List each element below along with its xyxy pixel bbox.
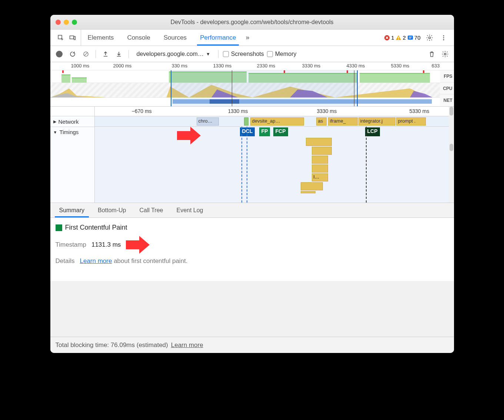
learn-more-link[interactable]: Learn more (80, 257, 112, 264)
close-window-button[interactable] (56, 20, 61, 25)
maximize-window-button[interactable] (72, 20, 77, 25)
timings-row: DCL FP FCP LCP l… (95, 127, 454, 203)
load-profile-icon[interactable] (100, 49, 111, 59)
overview-panel[interactable]: 1000 ms 2000 ms 330 ms 1330 ms 2330 ms 3… (50, 62, 454, 107)
window-title: DevTools - developers.google.com/web/too… (50, 19, 454, 26)
footer-learn-more-link[interactable]: Learn more (171, 341, 203, 349)
tab-bottom-up[interactable]: Bottom-Up (91, 203, 133, 217)
profile-selector-label: developers.google.com… (137, 51, 204, 57)
traffic-lights (56, 20, 77, 25)
tab-performance[interactable]: Performance (193, 30, 243, 46)
timings-row-header[interactable]: ▼Timings (50, 127, 94, 137)
svg-rect-5 (398, 39, 399, 40)
network-item-prompt[interactable]: prompt . (396, 117, 426, 126)
tab-call-tree[interactable]: Call Tree (133, 203, 170, 217)
record-button[interactable] (54, 49, 64, 59)
overview-ruler: 1000 ms 2000 ms 330 ms 1330 ms 2330 ms 3… (50, 62, 454, 70)
event-color-swatch (56, 224, 62, 231)
devtools-window: DevTools - developers.google.com/web/too… (50, 15, 454, 353)
status-badges[interactable]: 1 2 70 (384, 34, 420, 41)
performance-toolbar: developers.google.com…▼ Screenshots Memo… (50, 46, 454, 62)
event-title: First Contentful Paint (65, 224, 127, 231)
network-item-integrator[interactable]: integrator.j (358, 117, 395, 126)
screenshots-checkbox[interactable]: Screenshots (223, 51, 264, 57)
summary-panel: First Contentful Paint Timestamp 1131.3 … (50, 218, 454, 281)
tab-console[interactable]: Console (120, 30, 157, 46)
network-row-header[interactable]: ▶Network (50, 116, 94, 127)
network-item-f[interactable] (244, 117, 248, 126)
svg-point-17 (444, 53, 446, 55)
svg-point-11 (443, 37, 444, 38)
memory-checkbox[interactable]: Memory (267, 51, 297, 57)
total-blocking-time: Total blocking time: 76.09ms (estimated) (56, 341, 168, 349)
network-row: chro… devsite_ap… as iframe_ integrator.… (95, 116, 454, 127)
timeline-track-labels: ▶Network ▼Timings (50, 107, 95, 203)
delete-profile-icon[interactable] (427, 49, 437, 59)
network-item-as[interactable]: as (316, 117, 327, 126)
task-block[interactable] (312, 156, 328, 164)
timestamp-label: Timestamp (56, 241, 86, 249)
overview-tracks (50, 70, 440, 106)
tab-elements[interactable]: Elements (81, 30, 121, 46)
minimize-window-button[interactable] (64, 20, 69, 25)
timeline-scrollbar[interactable] (449, 107, 454, 203)
more-tabs-button[interactable]: » (243, 30, 252, 46)
svg-rect-1 (70, 36, 74, 39)
collapse-icon: ▼ (53, 130, 57, 134)
main-tabs: Elements Console Sources Performance » (81, 30, 381, 46)
network-item-devsite[interactable]: devsite_ap… (250, 117, 304, 126)
tab-sources[interactable]: Sources (157, 30, 193, 46)
svg-rect-2 (74, 36, 75, 40)
timing-badge-lcp[interactable]: LCP (365, 127, 380, 136)
footer-bar: Total blocking time: 76.09ms (estimated)… (50, 337, 454, 353)
task-block[interactable] (301, 191, 316, 193)
clear-button[interactable] (81, 49, 91, 59)
timeline-panel[interactable]: ▶Network ▼Timings −670 ms 1330 ms 3330 m… (50, 107, 454, 203)
timeline-content: −670 ms 1330 ms 3330 ms 5330 ms chro… de… (95, 107, 454, 203)
svg-point-12 (443, 39, 444, 40)
details-tabs: Summary Bottom-Up Call Tree Event Log (50, 203, 454, 218)
timing-badge-fcp[interactable]: FCP (273, 127, 288, 136)
settings-icon[interactable] (424, 33, 435, 43)
titlebar: DevTools - developers.google.com/web/too… (50, 15, 454, 30)
svg-rect-4 (398, 37, 399, 39)
task-block-long[interactable]: l… (312, 173, 328, 181)
task-block[interactable] (312, 147, 332, 155)
task-block[interactable] (312, 164, 328, 173)
details-label: Details (56, 257, 75, 265)
overview-selection[interactable] (171, 70, 358, 106)
timing-badge-dcl[interactable]: DCL (240, 127, 255, 136)
error-count: 1 (391, 34, 394, 41)
kebab-menu-icon[interactable] (438, 33, 449, 43)
empty-panel (50, 281, 454, 337)
save-profile-icon[interactable] (114, 49, 124, 59)
svg-line-14 (84, 52, 87, 56)
timeline-ruler: −670 ms 1330 ms 3330 ms 5330 ms (95, 107, 454, 116)
reload-record-button[interactable] (67, 49, 78, 59)
network-item-iframe[interactable]: iframe_ (328, 117, 358, 126)
svg-point-10 (443, 35, 444, 36)
svg-rect-7 (409, 37, 412, 37)
network-item-chro[interactable]: chro… (197, 117, 219, 126)
profile-selector[interactable]: developers.google.com…▼ (133, 49, 214, 59)
svg-point-9 (428, 37, 430, 39)
timing-badge-fp[interactable]: FP (259, 127, 270, 136)
task-block[interactable] (306, 138, 332, 146)
tab-summary[interactable]: Summary (53, 203, 91, 217)
details-text: about first contentful paint. (112, 257, 187, 264)
warning-count: 2 (403, 34, 405, 41)
capture-settings-icon[interactable] (440, 49, 450, 59)
svg-rect-6 (408, 36, 413, 40)
device-toggle-icon[interactable] (67, 33, 78, 43)
tab-event-log[interactable]: Event Log (170, 203, 210, 217)
overview-track-labels: FPS CPU NET (440, 70, 454, 106)
svg-rect-8 (409, 38, 411, 39)
timestamp-value: 1131.3 ms (91, 241, 121, 249)
main-toolbar: Elements Console Sources Performance » 1… (50, 30, 454, 46)
inspect-element-icon[interactable] (56, 33, 66, 43)
expand-icon: ▶ (53, 119, 56, 124)
task-block[interactable] (301, 182, 323, 190)
message-count: 70 (414, 34, 421, 41)
